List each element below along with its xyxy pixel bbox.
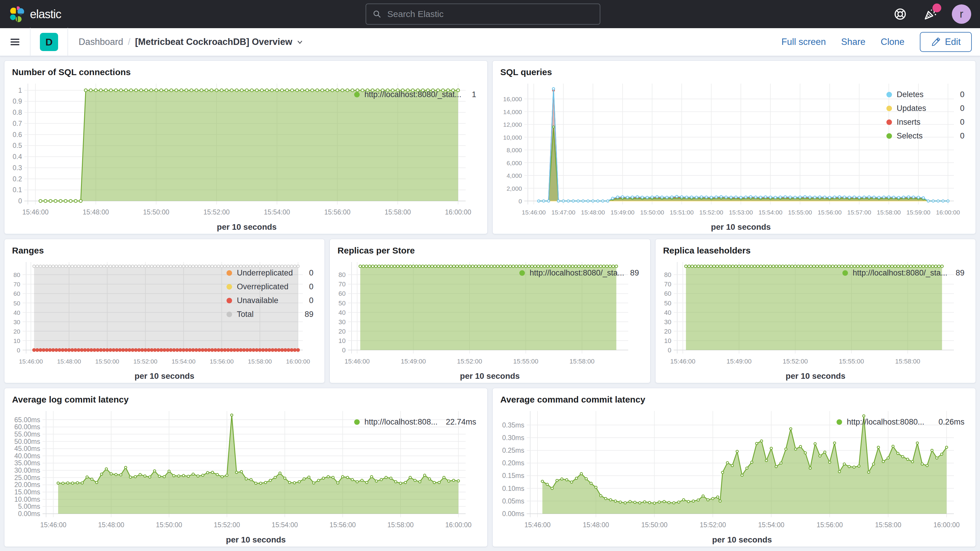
svg-text:0.20ms: 0.20ms: [502, 459, 524, 467]
svg-text:15:50:00: 15:50:00: [641, 521, 668, 529]
chart-canvas-sql-connections[interactable]: 15:46:0015:48:0015:50:0015:52:0015:54:00…: [7, 79, 351, 233]
panel-average-command-commit-latency: Average command commit latency 15:46:001…: [492, 388, 976, 547]
svg-text:15:46:00: 15:46:00: [522, 209, 546, 216]
chart-canvas-replicas-per-store[interactable]: 15:46:0015:49:0015:52:0015:55:0015:58:00…: [332, 257, 516, 382]
legend-item[interactable]: http://localhost:8080...0.26ms: [837, 417, 964, 427]
chart-canvas-sql-queries[interactable]: 15:46:0015:47:0015:48:0015:49:0015:50:00…: [495, 79, 883, 233]
svg-text:15:50:00: 15:50:00: [156, 521, 182, 529]
svg-text:0.15ms: 0.15ms: [502, 472, 524, 479]
help-button[interactable]: [892, 6, 908, 22]
svg-text:15:46:00: 15:46:00: [345, 358, 370, 365]
svg-text:8,000: 8,000: [506, 147, 522, 153]
legend-value: 0: [309, 282, 313, 291]
svg-text:25.00ms: 25.00ms: [14, 474, 40, 481]
svg-text:0: 0: [17, 347, 20, 354]
search-icon: [372, 10, 382, 19]
edit-button[interactable]: Edit: [920, 32, 972, 52]
panel-title: Replica leaseholders: [655, 239, 975, 257]
svg-text:per 10 seconds: per 10 seconds: [711, 222, 771, 231]
legend-value: 22.74ms: [446, 417, 476, 427]
chart-canvas-ranges[interactable]: 15:46:0015:48:0015:50:0015:52:0015:54:00…: [7, 257, 224, 382]
app-badge-wrap: D: [30, 28, 68, 56]
legend-item[interactable]: Selects0: [886, 131, 964, 140]
menu-button[interactable]: [0, 28, 30, 56]
breadcrumb-separator: /: [128, 37, 130, 47]
legend-color-dot: [226, 312, 232, 317]
svg-text:per 10 seconds: per 10 seconds: [786, 371, 845, 381]
svg-text:30: 30: [13, 318, 20, 325]
legend-color-dot: [519, 270, 525, 276]
legend-value: 0: [960, 104, 964, 113]
panel-ranges: Ranges 15:46:0015:48:0015:50:0015:52:001…: [4, 239, 325, 383]
global-header: elastic: [0, 0, 980, 28]
svg-text:0.3: 0.3: [13, 164, 22, 172]
svg-text:10,000: 10,000: [503, 134, 522, 141]
panel-replica-leaseholders: Replica leaseholders 15:46:0015:49:0015:…: [655, 239, 976, 383]
legend-value: 0: [309, 296, 313, 305]
legend-item[interactable]: Underreplicated0: [226, 268, 313, 277]
svg-text:50: 50: [339, 299, 346, 307]
svg-text:40: 40: [339, 309, 346, 316]
full-screen-button[interactable]: Full screen: [781, 37, 826, 47]
svg-text:15:48:00: 15:48:00: [583, 521, 609, 529]
panel-title: Number of SQL connections: [5, 61, 487, 79]
dashboard-app-badge[interactable]: D: [40, 33, 58, 51]
legend-item[interactable]: http://localhost:8080/_sta...89: [842, 268, 964, 277]
legend-color-dot: [354, 92, 360, 97]
svg-text:0.7: 0.7: [13, 120, 22, 127]
share-button[interactable]: Share: [841, 37, 865, 47]
legend-value: 89: [305, 310, 313, 319]
svg-text:55.00ms: 55.00ms: [14, 430, 40, 438]
user-avatar[interactable]: r: [952, 5, 971, 24]
legend-item[interactable]: Inserts0: [886, 118, 964, 127]
legend-color-dot: [837, 419, 842, 425]
legend-color-dot: [886, 106, 892, 111]
legend-item[interactable]: Unavailable0: [226, 296, 313, 305]
legend-label: http://localhost:8080/_sta...: [853, 268, 950, 277]
legend-label: http://localhost:8080/_sta...: [530, 268, 624, 277]
chart-legend: http://localhost:8080/_sta...89: [516, 257, 647, 382]
legend-item[interactable]: Updates0: [886, 104, 964, 113]
dashboard-grid: Number of SQL connections 15:46:0015:48:…: [0, 56, 980, 551]
breadcrumb-dashboard-link[interactable]: Dashboard: [79, 37, 123, 47]
legend-item[interactable]: Deletes0: [886, 90, 964, 99]
search-input[interactable]: [387, 9, 593, 19]
legend-item[interactable]: http://localhost:8080/_stat...1: [354, 90, 476, 99]
svg-text:15:54:00: 15:54:00: [172, 358, 196, 365]
legend-value: 89: [956, 268, 964, 277]
svg-text:0.30ms: 0.30ms: [502, 434, 524, 441]
svg-text:15:52:00: 15:52:00: [203, 208, 230, 216]
svg-text:50: 50: [13, 300, 20, 307]
brand-text: elastic: [30, 8, 61, 21]
legend-label: Underreplicated: [237, 268, 303, 277]
svg-text:15:46:00: 15:46:00: [670, 358, 695, 365]
elastic-logo[interactable]: elastic: [9, 6, 61, 22]
svg-text:35.00ms: 35.00ms: [14, 459, 40, 467]
legend-item[interactable]: Overreplicated0: [226, 282, 313, 291]
panel-average-log-commit-latency: Average log commit latency 15:46:0015:48…: [4, 388, 488, 547]
svg-text:15:47:00: 15:47:00: [551, 209, 575, 216]
chart-canvas-command-commit-latency[interactable]: 15:46:0015:48:0015:50:0015:52:0015:54:00…: [495, 406, 834, 545]
svg-text:15:54:00: 15:54:00: [759, 209, 783, 216]
legend-color-dot: [354, 419, 360, 425]
legend-item[interactable]: http://localhost:8080/_sta...89: [519, 268, 639, 277]
notification-dot: [932, 3, 941, 12]
legend-item[interactable]: http://localhost:808...22.74ms: [354, 417, 476, 427]
legend-color-dot: [886, 92, 892, 97]
svg-text:15:52:00: 15:52:00: [700, 521, 726, 529]
dashboard-title-menu[interactable]: [Metricbeat CockroachDB] Overview: [135, 37, 304, 47]
svg-text:30: 30: [664, 318, 671, 326]
svg-text:15:50:00: 15:50:00: [143, 208, 170, 216]
svg-text:40.00ms: 40.00ms: [14, 452, 40, 460]
legend-label: Unavailable: [237, 296, 303, 305]
svg-text:10: 10: [339, 337, 346, 344]
chart-canvas-log-commit-latency[interactable]: 15:46:0015:48:0015:50:0015:52:0015:54:00…: [7, 406, 351, 545]
legend-item[interactable]: Total89: [226, 310, 313, 319]
panel-title: Ranges: [5, 239, 325, 257]
svg-text:0.00ms: 0.00ms: [502, 510, 524, 518]
chart-canvas-replica-leaseholders[interactable]: 15:46:0015:49:0015:52:0015:55:0015:58:00…: [658, 257, 840, 382]
clone-button[interactable]: Clone: [881, 37, 905, 47]
svg-text:15:54:00: 15:54:00: [758, 521, 784, 529]
whats-new-button[interactable]: [922, 6, 938, 22]
panel-replicas-per-store: Replicas per Store 15:46:0015:49:0015:52…: [329, 239, 650, 383]
